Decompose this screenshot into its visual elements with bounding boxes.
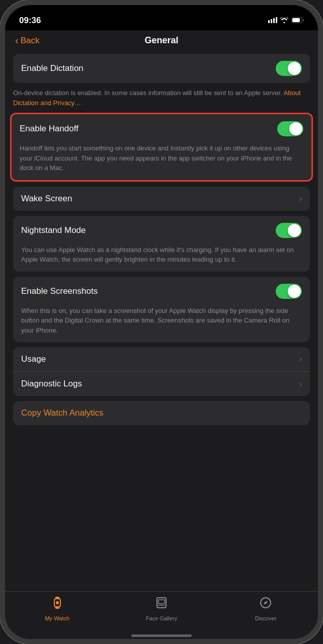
svg-rect-1	[271, 19, 272, 23]
svg-rect-7	[55, 597, 59, 599]
battery-icon	[291, 17, 304, 25]
nightstand-label: Nightstand Mode	[21, 225, 86, 235]
back-label: Back	[21, 36, 40, 46]
status-icons	[268, 17, 304, 25]
my-watch-icon	[50, 596, 64, 613]
dictation-toggle[interactable]	[276, 61, 302, 76]
svg-rect-0	[268, 20, 270, 23]
svg-point-9	[56, 601, 59, 604]
usage-label: Usage	[21, 354, 46, 364]
tab-my-watch-label: My Watch	[45, 615, 69, 621]
status-bar: 09:36	[5, 5, 318, 30]
dictation-row[interactable]: Enable Dictation	[13, 54, 310, 83]
tab-my-watch[interactable]: My Watch	[5, 596, 109, 621]
screenshots-description: When this is on, you can take a screensh…	[13, 306, 310, 343]
tab-face-gallery-label: Face Gallery	[146, 615, 177, 621]
handoff-section: Enable Handoff Handoff lets you start so…	[10, 113, 313, 182]
signal-icon	[268, 17, 277, 25]
usage-row[interactable]: Usage ›	[13, 347, 310, 371]
usage-chevron-icon: ›	[299, 355, 302, 364]
dictation-description: On-device dictation is enabled. In some …	[13, 88, 310, 108]
nightstand-toggle[interactable]	[276, 223, 302, 238]
handoff-label: Enable Handoff	[20, 124, 78, 134]
notch	[121, 5, 202, 20]
phone-inner: 09:36	[5, 5, 318, 639]
home-indicator	[131, 634, 192, 637]
tab-face-gallery[interactable]: Face Gallery	[109, 596, 213, 621]
screenshots-section: Enable Screenshots When this is on, you …	[13, 277, 310, 343]
tab-discover-label: Discover	[255, 615, 277, 621]
diagnostic-logs-chevron-icon: ›	[299, 379, 302, 388]
dictation-desc-container: On-device dictation is enabled. In some …	[5, 88, 318, 113]
back-button[interactable]: ‹ Back	[15, 35, 39, 46]
nav-bar: ‹ Back General	[5, 30, 318, 50]
handoff-toggle[interactable]	[277, 121, 303, 136]
copy-analytics-section: Copy Watch Analytics	[13, 401, 310, 425]
face-gallery-icon	[154, 596, 169, 613]
diagnostic-logs-label: Diagnostic Logs	[21, 379, 82, 389]
nightstand-row[interactable]: Nightstand Mode	[13, 216, 310, 245]
svg-marker-14	[264, 601, 268, 605]
nightstand-section: Nightstand Mode You can use Apple Watch …	[13, 216, 310, 272]
wake-screen-row[interactable]: Wake Screen ›	[13, 187, 310, 211]
wake-screen-label: Wake Screen	[21, 194, 72, 204]
tab-discover[interactable]: Discover	[214, 596, 318, 621]
status-time: 09:36	[19, 16, 41, 26]
copy-analytics-row[interactable]: Copy Watch Analytics	[13, 401, 310, 425]
dictation-label: Enable Dictation	[21, 63, 84, 73]
screenshots-label: Enable Screenshots	[21, 286, 98, 296]
wifi-icon	[280, 17, 288, 25]
svg-rect-5	[292, 18, 300, 22]
copy-analytics-label: Copy Watch Analytics	[21, 408, 104, 418]
phone-frame: 09:36	[0, 0, 323, 644]
svg-rect-11	[158, 600, 165, 604]
diagnostic-logs-row[interactable]: Diagnostic Logs ›	[13, 371, 310, 396]
svg-rect-2	[273, 18, 275, 23]
handoff-row[interactable]: Enable Handoff	[12, 114, 311, 143]
back-chevron-icon: ‹	[15, 35, 19, 46]
wake-screen-chevron-icon: ›	[299, 194, 302, 203]
usage-diagnostic-section: Usage › Diagnostic Logs ›	[13, 347, 310, 396]
svg-rect-8	[55, 607, 59, 609]
page-title: General	[144, 35, 178, 46]
wake-screen-section: Wake Screen ›	[13, 187, 310, 211]
nightstand-description: You can use Apple Watch as a nightstand …	[13, 245, 310, 272]
svg-rect-3	[276, 17, 277, 23]
main-content: Enable Dictation On-device dictation is …	[5, 50, 318, 591]
dictation-section: Enable Dictation	[13, 54, 310, 83]
screenshots-toggle[interactable]	[276, 284, 302, 299]
screenshots-row[interactable]: Enable Screenshots	[13, 277, 310, 306]
handoff-description: Handoff lets you start something on one …	[12, 143, 311, 180]
tab-bar: My Watch Face Gallery	[5, 591, 318, 631]
discover-icon	[259, 596, 273, 613]
